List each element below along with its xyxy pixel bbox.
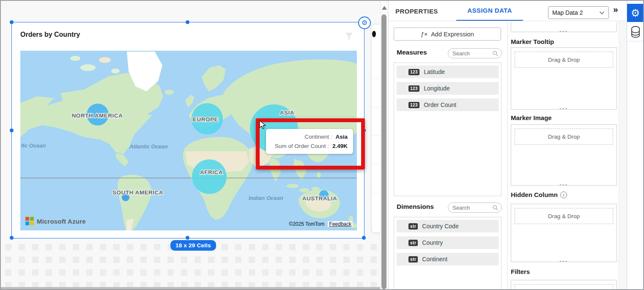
string-type-icon: str: [408, 240, 418, 246]
tab-properties[interactable]: PROPERTIES: [395, 1, 438, 21]
database-icon[interactable]: [627, 24, 644, 41]
drag-dots-icon[interactable]: •••: [556, 182, 572, 186]
measures-search[interactable]: [448, 48, 502, 58]
measure-label: Longitude: [424, 85, 450, 92]
dimensions-search[interactable]: [448, 202, 502, 213]
microsoft-logo-icon: [25, 217, 34, 225]
dimension-label: Continent: [422, 256, 447, 263]
marker-tooltip-dropzone[interactable]: Drag & Drop: [515, 52, 613, 68]
divider: [373, 135, 379, 136]
info-icon[interactable]: i: [560, 192, 567, 198]
search-icon: [493, 205, 498, 211]
dimension-label: Country: [422, 239, 443, 246]
divider: [507, 21, 508, 289]
horizontal-scrollbar[interactable]: [1, 287, 380, 290]
dimension-item-continent[interactable]: str Continent: [397, 253, 499, 265]
resize-handle-left-center[interactable]: [10, 129, 14, 132]
divider: [373, 79, 379, 79]
resize-handle-bottom-right[interactable]: [362, 236, 366, 240]
dimension-item-country[interactable]: str Country: [397, 236, 499, 249]
feedback-link[interactable]: Feedback: [328, 221, 353, 227]
marker-image-header: Marker Image: [511, 114, 552, 121]
azure-attribution: Microsoft Azure: [25, 217, 86, 225]
properties-panel: PROPERTIES ASSIGN DATA Map Data 2 » ƒ× A…: [388, 1, 627, 289]
scroll-up-arrow-icon[interactable]: [382, 6, 387, 10]
tooltip-label: Continent :: [304, 132, 332, 142]
chevron-down-icon: [599, 11, 605, 15]
label-pacific-ocean: fic Ocean: [21, 142, 46, 149]
label-asia: ASIA: [280, 109, 294, 116]
numeric-type-icon: 123: [408, 102, 419, 108]
drop-zone-hidden-column[interactable]: Drag & Drop •••: [511, 204, 617, 262]
vertical-scrollbar[interactable]: [380, 1, 388, 289]
divider: [627, 41, 644, 41]
fx-icon: ƒ×: [421, 31, 428, 38]
dimensions-list: str Country Code str Country str Contine…: [394, 217, 501, 290]
label-europe: EUROPE: [193, 116, 218, 123]
dimension-item-country-code[interactable]: str Country Code: [397, 220, 499, 233]
divider: [373, 164, 379, 164]
drop-zone-partial[interactable]: •••: [511, 22, 617, 32]
dimensions-header: Dimensions: [397, 203, 434, 211]
right-icon-rail: ⚙: [627, 1, 644, 289]
divider: [389, 21, 627, 21]
widget-settings-gear-icon[interactable]: ⚙: [358, 16, 371, 29]
label-north-america: NORTH AMERICA: [72, 112, 123, 119]
dataset-select[interactable]: Map Data 2: [548, 6, 609, 19]
drop-zone-marker-image[interactable]: Drag & Drop •••: [511, 124, 617, 186]
partial-widget-card[interactable]: [371, 24, 381, 233]
hidden-column-title: Hidden Column: [511, 191, 558, 198]
tooltip-label: Sum of Order Count :: [275, 142, 329, 151]
drop-zone-filters[interactable]: [511, 280, 617, 290]
tooltip-value: 2.49K: [332, 142, 348, 151]
string-type-icon: str: [408, 256, 418, 263]
label-africa: AFRICA: [200, 169, 223, 175]
marker-tooltip-header: Marker Tooltip: [511, 38, 554, 45]
filters-dropzone[interactable]: [515, 284, 613, 290]
measures-header: Measures: [397, 49, 427, 56]
resize-handle-bottom-center[interactable]: [186, 236, 189, 240]
drop-zone-marker-tooltip[interactable]: Drag & Drop •••: [511, 47, 617, 109]
resize-handle-top-center[interactable]: [186, 20, 189, 24]
measure-item-longitude[interactable]: 123 Longitude: [397, 82, 499, 95]
marker-image-dropzone[interactable]: Drag & Drop: [515, 129, 613, 145]
collapse-panel-icon[interactable]: »: [613, 4, 618, 14]
label-indian-ocean: Indian Ocean: [249, 195, 283, 201]
add-expression-button[interactable]: ƒ× Add Expression: [394, 27, 501, 41]
measure-item-latitude[interactable]: 123 Latitude: [397, 66, 499, 78]
resize-handle-top-left[interactable]: [10, 20, 14, 24]
vertical-scrollbar-thumb[interactable]: [381, 14, 386, 289]
divider: [373, 107, 379, 107]
widget-size-badge: 18 x 29 Cells: [170, 240, 216, 251]
panel-scrollbar[interactable]: [619, 21, 628, 289]
settings-gear-icon[interactable]: ⚙: [627, 4, 644, 22]
dashboard-canvas[interactable]: Orders by Country: [1, 1, 388, 289]
bubble-africa[interactable]: [192, 159, 227, 194]
filters-header: Filters: [511, 268, 530, 275]
measures-list: 123 Latitude 123 Longitude 123 Order Cou…: [394, 63, 501, 196]
tab-assign-data[interactable]: ASSIGN DATA: [456, 1, 523, 21]
dataset-select-value: Map Data 2: [552, 9, 583, 16]
partial-chart-shape: [372, 31, 376, 37]
filter-icon[interactable]: [345, 33, 353, 42]
search-icon: [493, 51, 498, 56]
add-expression-label: Add Expression: [431, 31, 474, 38]
measure-label: Order Count: [424, 101, 456, 108]
cursor-icon: [257, 119, 268, 130]
resize-handle-bottom-left[interactable]: [10, 236, 14, 240]
dashboard-designer: Orders by Country: [0, 0, 644, 290]
measures-search-input[interactable]: [452, 50, 491, 57]
numeric-type-icon: 123: [408, 69, 419, 75]
label-south-america: SOUTH AMERICA: [112, 189, 163, 196]
dimensions-search-input[interactable]: [452, 204, 491, 211]
drag-dots-icon[interactable]: •••: [556, 106, 572, 109]
hidden-column-dropzone[interactable]: Drag & Drop: [515, 208, 613, 224]
measure-item-order-count[interactable]: 123 Order Count: [397, 98, 499, 111]
widget-title: Orders by Country: [20, 31, 80, 38]
drag-dots-icon[interactable]: •••: [556, 259, 572, 262]
numeric-type-icon: 123: [408, 85, 419, 92]
drag-dots-icon[interactable]: •••: [556, 29, 572, 32]
azure-attribution-text: Microsoft Azure: [37, 218, 86, 225]
map-tooltip: Continent : Asia Sum of Order Count : 2.…: [266, 129, 353, 154]
tooltip-value: Asia: [335, 132, 348, 142]
